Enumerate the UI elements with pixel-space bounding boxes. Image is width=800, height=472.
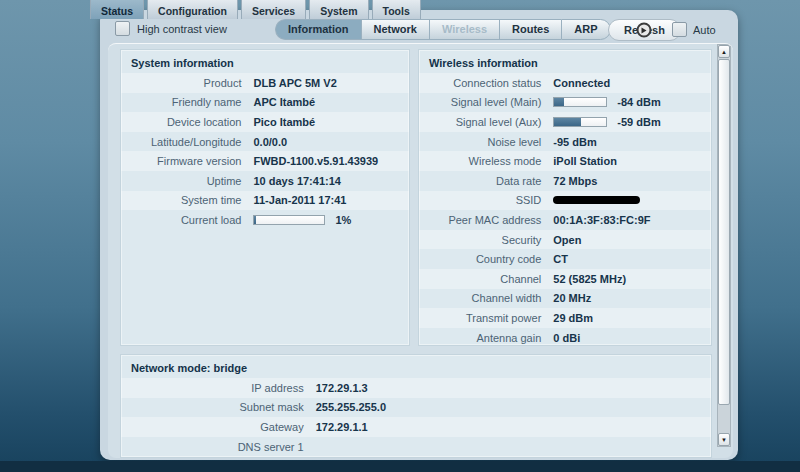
wireless-rows: Connection status Connected Signal level…: [419, 73, 711, 347]
window-overlay: High contrast view Information Network W…: [100, 10, 738, 460]
field-value: 0 dBi: [553, 332, 580, 344]
field-value: -59 dBm: [617, 116, 660, 128]
field-value: 72 Mbps: [553, 175, 597, 187]
auto-refresh-checkbox[interactable]: [672, 22, 687, 37]
field-value: -95 dBm: [553, 136, 596, 148]
main-tab-bar: Status Configuration Services System Too…: [90, 0, 421, 19]
refresh-spinner-icon: [637, 23, 652, 38]
field-label: Subnet mask: [121, 401, 316, 413]
row-peer-mac: Peer MAC address 00:1A:3F:83:FC:9F: [419, 210, 711, 230]
field-label: Gateway: [121, 421, 316, 433]
row-subnet-mask: Subnet mask 255.255.255.0: [121, 398, 711, 418]
system-rows: Product DLB APC 5M V2 Friendly name APC …: [121, 73, 409, 230]
field-value: Connected: [553, 77, 610, 89]
auto-refresh-option: Auto: [672, 22, 716, 37]
field-label: IP address: [121, 382, 316, 394]
signal-aux-bar: [553, 117, 607, 127]
field-label: Device location: [121, 116, 253, 128]
field-label: DNS server 1: [121, 441, 316, 453]
high-contrast-label: High contrast view: [137, 23, 227, 35]
wireless-information-panel: Wireless information Connection status C…: [418, 49, 712, 346]
signal-main-bar-fill: [554, 98, 564, 106]
panel-title: Network mode: bridge: [121, 355, 711, 378]
row-friendly-name: Friendly name APC Itambé: [121, 93, 409, 113]
row-security: Security Open: [419, 230, 711, 250]
subtab-arp[interactable]: ARP: [561, 19, 610, 40]
current-load-bar: [253, 215, 325, 225]
field-label: Signal level (Main): [419, 96, 553, 108]
field-value: FWBD-1100.v5.91.43939: [253, 155, 378, 167]
field-label: Friendly name: [121, 96, 253, 108]
content-area: System information Product DLB APC 5M V2…: [108, 43, 733, 458]
signal-aux-bar-fill: [554, 118, 581, 126]
field-label: Noise level: [419, 136, 553, 148]
row-uptime: Uptime 10 days 17:41:14: [121, 171, 409, 191]
field-value: 52 (5825 MHz): [553, 273, 626, 285]
subtab-network[interactable]: Network: [361, 19, 429, 40]
tab-services[interactable]: Services: [241, 0, 306, 19]
field-label: Connection status: [419, 77, 553, 89]
signal-main-bar: [553, 97, 607, 107]
field-label: Transmit power: [419, 312, 553, 324]
subtab-information[interactable]: Information: [275, 19, 361, 40]
field-value: 172.29.1.1: [316, 421, 368, 433]
field-value: 0.0/0.0: [253, 136, 287, 148]
row-channel-width: Channel width 20 MHz: [419, 289, 711, 309]
row-signal-main: Signal level (Main) -84 dBm: [419, 93, 711, 113]
row-wireless-mode: Wireless mode iPoll Station: [419, 151, 711, 171]
network-rows: IP address 172.29.1.3 Subnet mask 255.25…: [121, 378, 711, 456]
row-ssid: SSID: [419, 191, 711, 211]
refresh-button[interactable]: Refresh: [608, 19, 681, 41]
panel-title: System information: [121, 50, 409, 73]
field-value: Open: [553, 234, 581, 246]
tab-configuration[interactable]: Configuration: [147, 0, 238, 19]
field-label: Peer MAC address: [419, 214, 553, 226]
auto-refresh-label: Auto: [693, 24, 716, 36]
row-firmware-version: Firmware version FWBD-1100.v5.91.43939: [121, 151, 409, 171]
row-current-load: Current load 1%: [121, 210, 409, 230]
field-value: 172.29.1.3: [316, 382, 368, 394]
high-contrast-checkbox[interactable]: [115, 21, 130, 36]
field-label: Signal level (Aux): [419, 116, 553, 128]
scrollbar-thumb[interactable]: [718, 59, 730, 405]
row-lat-long: Latitude/Longitude 0.0/0.0: [121, 132, 409, 152]
subtab-routes[interactable]: Routes: [499, 19, 561, 40]
high-contrast-option: High contrast view: [115, 21, 227, 36]
row-device-location: Device location Pico Itambé: [121, 112, 409, 132]
row-data-rate: Data rate 72 Mbps: [419, 171, 711, 191]
row-ip-address: IP address 172.29.1.3: [121, 378, 711, 398]
field-label: SSID: [419, 194, 553, 206]
row-channel: Channel 52 (5825 MHz): [419, 269, 711, 289]
field-label: Wireless mode: [419, 155, 553, 167]
status-subtab-bar: Information Network Wireless Routes ARP: [275, 19, 611, 40]
scroll-up-button[interactable]: ▲: [718, 45, 730, 58]
scroll-down-button[interactable]: ▼: [718, 433, 730, 446]
field-label: Channel width: [419, 292, 553, 304]
field-label: Product: [121, 77, 253, 89]
ssid-redacted-value: [553, 196, 640, 204]
field-label: Channel: [419, 273, 553, 285]
row-connection-status: Connection status Connected: [419, 73, 711, 93]
field-label: Current load: [121, 214, 253, 226]
tab-system[interactable]: System: [309, 0, 368, 19]
tab-status[interactable]: Status: [90, 0, 144, 19]
field-value: 20 MHz: [553, 292, 591, 304]
field-label: Country code: [419, 253, 553, 265]
field-label: Antenna gain: [419, 332, 553, 344]
row-system-time: System time 11-Jan-2011 17:41: [121, 191, 409, 211]
field-label: Latitude/Longitude: [121, 136, 253, 148]
row-transmit-power: Transmit power 29 dBm: [419, 308, 711, 328]
field-value: DLB APC 5M V2: [253, 77, 336, 89]
scroll-down-icon: ▼: [721, 437, 727, 443]
field-value: Pico Itambé: [253, 116, 315, 128]
vertical-scrollbar[interactable]: ▲ ▼: [717, 44, 731, 447]
field-value: iPoll Station: [553, 155, 617, 167]
field-label: Data rate: [419, 175, 553, 187]
field-value: 00:1A:3F:83:FC:9F: [553, 214, 650, 226]
field-label: Uptime: [121, 175, 253, 187]
row-dns-server-1: DNS server 1: [121, 437, 711, 457]
tab-tools[interactable]: Tools: [372, 0, 421, 19]
subtab-wireless[interactable]: Wireless: [429, 19, 499, 40]
field-label: System time: [121, 194, 253, 206]
system-information-panel: System information Product DLB APC 5M V2…: [120, 49, 410, 346]
